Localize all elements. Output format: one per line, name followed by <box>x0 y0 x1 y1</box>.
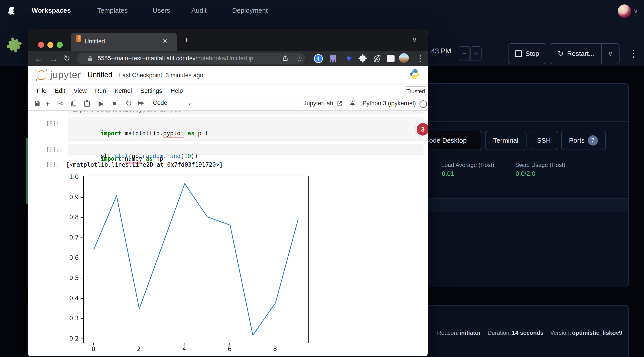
tab-close-icon[interactable]: ✕ <box>162 38 168 45</box>
open-jupyterlab-link[interactable]: JupyterLab <box>304 100 343 107</box>
menu-run[interactable]: Run <box>95 88 106 94</box>
code-token: plot <box>114 153 128 159</box>
add-cell-icon[interactable]: + <box>45 99 50 108</box>
schedule-decrease-button[interactable]: − <box>459 46 470 61</box>
ports-button[interactable]: Ports 7 <box>561 131 606 150</box>
save-icon[interactable] <box>34 100 41 107</box>
energy-saver-leaf-icon[interactable] <box>372 54 382 64</box>
stop-workspace-button[interactable]: Stop <box>508 43 546 64</box>
share-icon[interactable] <box>282 55 288 62</box>
chevron-down-icon: ∨ <box>608 50 613 58</box>
kernel-selector[interactable]: Python 3 (ipykernel) <box>362 100 416 107</box>
new-tab-button[interactable]: + <box>184 36 189 45</box>
window-minimize-button[interactable] <box>48 42 54 48</box>
lock-icon <box>87 56 93 62</box>
jupyter-logo[interactable] <box>34 68 48 83</box>
code-token: 10 <box>184 153 191 159</box>
matplotlib-plot <box>83 176 309 343</box>
nav-users[interactable]: Users <box>153 7 170 14</box>
lightning-bolt-icon[interactable] <box>344 54 354 64</box>
browser-tab[interactable]: Untitled ✕ <box>71 33 177 51</box>
nav-templates[interactable]: Templates <box>97 7 128 14</box>
tab-list-chevron[interactable]: ∨ <box>412 36 417 44</box>
code-cell-8[interactable]: import matplotlib.pyplot as plt import n… <box>68 118 424 141</box>
output9-prompt: [9]: <box>37 161 60 168</box>
cell8-prompt: [8]: <box>37 120 60 127</box>
load-average-value: 0.01 <box>442 170 454 178</box>
back-icon[interactable]: ← <box>34 54 43 64</box>
terminal-button[interactable]: Terminal <box>485 131 526 150</box>
github-octocat-icon[interactable] <box>328 54 338 64</box>
version-label: Version: <box>550 330 571 336</box>
nav-audit[interactable]: Audit <box>192 7 206 14</box>
sidebar-toggle-icon[interactable] <box>387 55 394 62</box>
user-menu-chevron-icon[interactable]: ∨ <box>633 7 638 15</box>
kernel-status-icon <box>420 100 427 108</box>
restart-options-chevron[interactable]: ∨ <box>601 43 620 64</box>
interrupt-kernel-icon[interactable]: ■ <box>113 100 116 106</box>
code-token: import <box>100 130 125 137</box>
code-token: pyplot <box>163 130 184 138</box>
extensions-puzzle-icon[interactable] <box>358 54 368 64</box>
reason-label: Reason: <box>437 330 459 336</box>
copy-cell-icon[interactable] <box>70 100 77 107</box>
url-bar[interactable]: 5555--main--test--matifali.atif.cdr.dev/… <box>77 53 305 64</box>
browser-profile-avatar[interactable] <box>399 53 409 63</box>
stop-icon <box>515 50 522 57</box>
code-token: random <box>142 153 163 159</box>
code-token: (np. <box>128 153 142 159</box>
url-path: /notebooks/Untitled.ip... <box>196 55 258 62</box>
debugger-bug-icon[interactable] <box>349 100 356 106</box>
trusted-button[interactable]: Trusted <box>405 86 426 96</box>
cell9-prompt: [9]: <box>37 146 60 153</box>
run-cell-icon[interactable]: ▶ <box>98 100 104 107</box>
reload-icon[interactable]: ↻ <box>64 54 70 63</box>
restart-icon: ↻ <box>558 50 564 58</box>
bookmark-star-icon[interactable]: ☆ <box>297 54 303 63</box>
forward-icon[interactable]: → <box>50 54 58 64</box>
menu-help[interactable]: Help <box>170 88 183 94</box>
url-domain: 5555--main--test--matifali.atif.cdr.dev <box>98 55 196 62</box>
cell-type-dropdown[interactable]: Code ⌄ <box>153 100 192 106</box>
menu-file[interactable]: File <box>37 88 46 94</box>
jupyter-favicon <box>75 35 82 42</box>
nav-workspaces[interactable]: Workspaces <box>32 7 71 14</box>
window-zoom-button[interactable] <box>57 42 63 48</box>
output9-text: [<matplotlib.lines.Line2D at 0x7fd03f191… <box>66 161 223 168</box>
screen: Workspaces Templates Users Audit Deploym… <box>0 0 644 357</box>
code-token: ( <box>180 153 184 159</box>
clipped-previous-cell: import matplotlib.pyplot as plt <box>68 111 424 114</box>
user-avatar[interactable] <box>618 4 631 18</box>
onepassword-icon[interactable] <box>314 54 323 63</box>
jupyter-wordmark: jupyter <box>50 69 81 80</box>
ssh-button[interactable]: SSH <box>530 131 558 150</box>
cut-cell-icon[interactable]: ✂ <box>56 99 63 108</box>
code-cell-9[interactable]: plt.plot(np.random.rand(10)) <box>68 144 424 155</box>
kernel-name: Python 3 (ipykernel) <box>362 100 416 107</box>
menu-settings[interactable]: Settings <box>140 88 162 94</box>
code-token: )) <box>191 153 198 159</box>
plot-line-chart <box>84 176 308 343</box>
stop-label: Stop <box>526 50 539 58</box>
browser-kebab-menu[interactable]: ⋮ <box>416 52 424 65</box>
chevron-down-icon: ⌄ <box>187 100 192 106</box>
paste-cell-icon[interactable] <box>84 100 90 107</box>
menu-edit[interactable]: Edit <box>55 88 66 94</box>
clipped-code-line: import matplotlib.pyplot as plt <box>72 111 180 113</box>
menu-kernel[interactable]: Kernel <box>114 88 132 94</box>
nav-deployment[interactable]: Deployment <box>232 7 268 14</box>
notebook-title[interactable]: Untitled <box>88 70 112 79</box>
restart-run-all-icon[interactable]: ▶▶ <box>138 100 143 106</box>
window-close-button[interactable] <box>38 42 44 48</box>
tab-title: Untitled <box>84 38 105 45</box>
schedule-increase-button[interactable]: + <box>470 46 482 61</box>
ports-count-badge: 7 <box>588 135 598 146</box>
restart-workspace-button[interactable]: ↻ Restart... <box>550 43 602 64</box>
coder-logo[interactable] <box>5 5 17 17</box>
restart-kernel-icon[interactable]: ↻ <box>125 98 132 108</box>
python-logo <box>409 68 420 81</box>
workspace-kebab-menu[interactable]: ⋮ <box>629 44 639 62</box>
menu-view[interactable]: View <box>74 88 86 94</box>
browser-window: Untitled ✕ + ∨ ← → ↻ 5555--main--test--m… <box>28 29 428 356</box>
jupyterlab-label: JupyterLab <box>304 100 333 107</box>
